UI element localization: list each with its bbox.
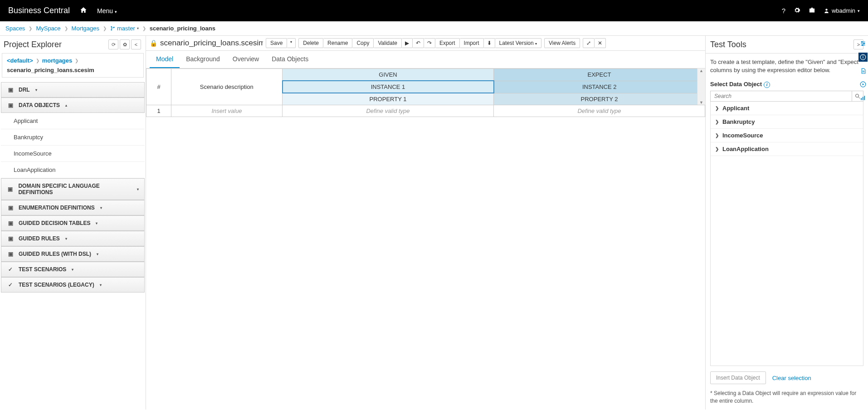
branch-selector[interactable]: master ▾ (110, 25, 139, 32)
path-project[interactable]: mortgages (42, 57, 72, 64)
save-dropdown[interactable]: ▾ (287, 38, 296, 48)
section-data-objects[interactable]: ▣DATA OBJECTS▴ (1, 98, 145, 113)
chevron-right-icon: ❯ (715, 119, 719, 124)
svg-rect-21 (861, 98, 862, 100)
redo-button[interactable]: ↷ (424, 38, 435, 48)
delete-button[interactable]: Delete (298, 38, 323, 48)
section-enum[interactable]: ▣ENUMERATION DEFINITIONS▾ (1, 200, 145, 215)
tab-model[interactable]: Model (150, 51, 180, 68)
rail-chart-icon[interactable] (858, 93, 868, 102)
hdr-given[interactable]: GIVEN (283, 69, 494, 81)
cell-property-1[interactable]: PROPERTY 1 (283, 93, 494, 105)
expand-button[interactable]: ⤢ (583, 38, 595, 48)
right-icon-rail (858, 36, 868, 102)
do-bankruptcy[interactable]: ❯Bankruptcy (711, 115, 863, 129)
tab-overview[interactable]: Overview (226, 51, 265, 68)
chevron-right-icon: ❯ (715, 146, 719, 151)
file-title: 🔒 scenario_pricing_loans.scesim - Te... (150, 39, 263, 48)
bc-mortgages[interactable]: Mortgages (72, 25, 99, 32)
section-drl[interactable]: ▣DRL▾ (1, 82, 145, 98)
insert-data-object-button[interactable]: Insert Data Object (710, 371, 766, 384)
section-gdt[interactable]: ▣GUIDED DECISION TABLES▾ (1, 215, 145, 231)
data-object-list: ❯Applicant ❯Bankruptcy ❯IncomeSource ❯Lo… (710, 102, 863, 366)
copy-button[interactable]: Copy (352, 38, 374, 48)
svg-point-11 (862, 41, 863, 42)
info-icon[interactable]: i (764, 82, 770, 88)
save-button[interactable]: Save (266, 38, 287, 48)
refresh-button[interactable]: ⟳ (108, 39, 118, 49)
editor-tabs: Model Background Overview Data Objects (146, 51, 705, 68)
row-1-desc[interactable]: Insert value (171, 105, 283, 117)
section-tsl[interactable]: ✓TEST SCENARIOS (LEGACY)▾ (1, 277, 145, 293)
select-data-object-label: Select Data Objecti (710, 81, 863, 88)
editor-toolbar: 🔒 scenario_pricing_loans.scesim - Te... … (146, 36, 705, 51)
hdr-expect[interactable]: EXPECT (494, 69, 705, 81)
svg-rect-1 (811, 7, 813, 9)
help-icon[interactable]: ? (782, 7, 785, 15)
menu-dropdown[interactable]: Menu ▾ (97, 7, 117, 15)
bc-spaces[interactable]: Spaces (5, 25, 25, 32)
lock-icon: 🔒 (150, 39, 157, 47)
do-applicant[interactable]: ❯Applicant (711, 102, 863, 115)
section-gr[interactable]: ▣GUIDED RULES▾ (1, 231, 145, 246)
do-item-bankruptcy[interactable]: Bankruptcy (1, 129, 145, 146)
do-incomesource[interactable]: ❯IncomeSource (711, 129, 863, 142)
chevron-right-icon: ❯ (715, 106, 719, 111)
row-1-expect[interactable]: Define valid type (494, 105, 705, 117)
hdr-scenario-desc: Scenario description (171, 69, 283, 105)
export-button[interactable]: Export (435, 38, 460, 48)
bc-myspace[interactable]: MySpace (36, 25, 60, 32)
do-loanapplication[interactable]: ❯LoanApplication (711, 142, 863, 156)
test-tools-footnote: * Selecting a Data Object will require a… (710, 390, 863, 405)
chevron-right-icon: ❯ (715, 133, 719, 138)
tab-data-objects[interactable]: Data Objects (265, 51, 315, 68)
download-button[interactable]: ⬇ (484, 38, 495, 48)
user-dropdown[interactable]: wbadmin ▾ (824, 7, 860, 14)
path-default[interactable]: <default> (7, 57, 33, 64)
hdr-index: # (146, 69, 171, 105)
version-dropdown[interactable]: Latest Version ▾ (495, 38, 541, 48)
do-item-incomesource[interactable]: IncomeSource (1, 146, 145, 162)
path-bar: <default>❯ mortgages❯ scenario_pricing_l… (2, 53, 144, 78)
close-button[interactable]: ✕ (595, 38, 606, 48)
rail-play-icon[interactable] (858, 80, 868, 89)
do-item-loanapplication[interactable]: LoanApplication (1, 162, 145, 178)
test-tools-title: Test Tools (710, 40, 746, 49)
rail-doc-icon[interactable] (858, 66, 868, 75)
undo-button[interactable]: ↶ (413, 38, 424, 48)
explorer-title: Project Explorer (4, 40, 62, 49)
editor-panel: 🔒 scenario_pricing_loans.scesim - Te... … (146, 36, 706, 410)
rail-sliders-icon[interactable] (858, 39, 868, 48)
collapse-left-button[interactable]: < (131, 39, 141, 49)
section-dsl[interactable]: ▣DOMAIN SPECIFIC LANGUAGE DEFINITIONS▾ (1, 178, 145, 200)
cell-instance-2[interactable]: INSTANCE 2 (494, 81, 705, 93)
explorer-settings-button[interactable]: ✿ (120, 39, 130, 49)
brand: Business Central (8, 6, 70, 15)
vertical-scrollbar[interactable]: ▲▼ (697, 68, 705, 105)
cell-instance-1[interactable]: INSTANCE 1 (283, 81, 494, 93)
rail-info-icon[interactable] (858, 53, 868, 62)
search-input[interactable] (710, 91, 852, 102)
section-grd[interactable]: ▣GUIDED RULES (WITH DSL)▾ (1, 246, 145, 262)
cell-property-2[interactable]: PROPERTY 2 (494, 93, 705, 105)
svg-point-2 (825, 9, 827, 10)
tab-background[interactable]: Background (180, 51, 226, 68)
test-tools-desc: To create a test template, define the "G… (710, 58, 863, 74)
apps-icon[interactable] (809, 7, 815, 15)
bc-current: scenario_pricing_loans (150, 25, 215, 32)
settings-icon[interactable] (794, 7, 800, 15)
row-1-given[interactable]: Define valid type (283, 105, 494, 117)
do-item-applicant[interactable]: Applicant (1, 113, 145, 129)
svg-point-16 (863, 55, 863, 56)
svg-rect-22 (863, 97, 863, 100)
clear-selection-link[interactable]: Clear selection (772, 375, 811, 381)
validate-button[interactable]: Validate (374, 38, 401, 48)
home-icon[interactable] (80, 6, 87, 15)
rename-button[interactable]: Rename (323, 38, 352, 48)
scenario-grid[interactable]: # Scenario description GIVEN EXPECT INST… (146, 68, 705, 410)
svg-point-3 (111, 26, 112, 28)
section-ts[interactable]: ✓TEST SCENARIOS▾ (1, 262, 145, 277)
run-button[interactable]: ▶ (402, 38, 413, 48)
import-button[interactable]: Import (460, 38, 484, 48)
view-alerts-button[interactable]: View Alerts (544, 38, 580, 48)
